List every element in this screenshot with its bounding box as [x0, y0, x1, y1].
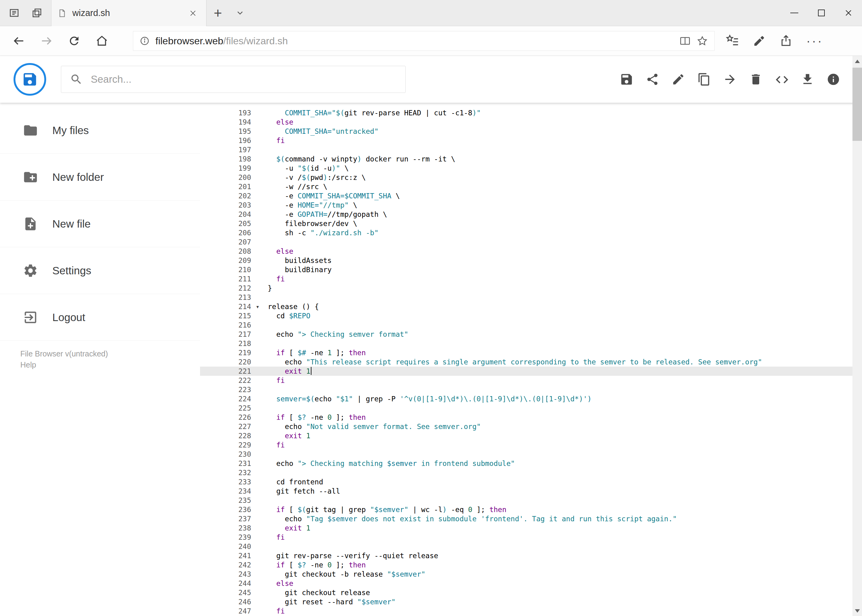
- code-line-195[interactable]: 195 COMMIT_SHA="untracked": [200, 127, 862, 136]
- code-line-200[interactable]: 200 -v /$(pwd):/src:z \: [200, 173, 862, 182]
- sidebar-item-my-files[interactable]: My files: [0, 107, 200, 154]
- code-line-231[interactable]: 231 echo "> Checking matching $semver in…: [200, 459, 862, 468]
- code-line-218[interactable]: 218: [200, 339, 862, 348]
- code-line-233[interactable]: 233 cd frontend: [200, 477, 862, 487]
- code-line-217[interactable]: 217 echo "> Checking semver format": [200, 330, 862, 339]
- code-line-238[interactable]: 238 exit 1: [200, 523, 862, 533]
- code-line-228[interactable]: 228 exit 1: [200, 431, 862, 440]
- code-line-243[interactable]: 243 git checkout -b release "$semver": [200, 570, 862, 579]
- filebrowser-logo-icon[interactable]: [14, 63, 46, 96]
- code-line-224[interactable]: 224 semver=$(echo "$1" | grep -P '^v(0|[…: [200, 394, 862, 404]
- code-line-225[interactable]: 225: [200, 404, 862, 413]
- fold-marker-icon[interactable]: ▾: [251, 302, 264, 311]
- code-line-242[interactable]: 242 if [ $? -ne 0 ]; then: [200, 560, 862, 570]
- code-line-236[interactable]: 236 if [ $(git tag | grep "$semver" | wc…: [200, 505, 862, 514]
- add-favorite-star-icon[interactable]: [697, 35, 708, 47]
- code-line-206[interactable]: 206 sh -c "./wizard.sh -b": [200, 228, 862, 237]
- tab-wizard-sh[interactable]: wizard.sh: [51, 0, 206, 26]
- code-line-196[interactable]: 196 fi: [200, 136, 862, 145]
- sidebar-item-new-folder[interactable]: New folder: [0, 154, 200, 201]
- code-line-209[interactable]: 209 buildAssets: [200, 256, 862, 265]
- code-line-229[interactable]: 229 fi: [200, 440, 862, 449]
- code-line-208[interactable]: 208 else: [200, 247, 862, 256]
- download-button[interactable]: [801, 72, 815, 86]
- sidebar-item-new-file[interactable]: New file: [0, 201, 200, 247]
- code-line-245[interactable]: 245 git checkout release: [200, 588, 862, 597]
- tab-preview-panel-icon[interactable]: [4, 3, 24, 23]
- search-input[interactable]: [91, 74, 397, 85]
- scrollbar-thumb[interactable]: [853, 68, 862, 141]
- code-line-221[interactable]: 221 exit 1: [200, 366, 862, 376]
- address-bar[interactable]: filebrowser.web/files/wizard.sh: [133, 31, 715, 51]
- sidebar-item-settings[interactable]: Settings: [0, 247, 200, 294]
- code-line-203[interactable]: 203 -e HOME="//tmp" \: [200, 201, 862, 210]
- code-line-246[interactable]: 246 git reset --hard "$semver": [200, 597, 862, 607]
- code-line-202[interactable]: 202 -e COMMIT_SHA=$COMMIT_SHA \: [200, 191, 862, 201]
- save-button[interactable]: [619, 72, 633, 86]
- code-line-241[interactable]: 241 git rev-parse --verify --quiet relea…: [200, 551, 862, 560]
- code-line-197[interactable]: 197: [200, 145, 862, 154]
- new-tab-button[interactable]: +: [206, 0, 229, 26]
- code-line-220[interactable]: 220 echo "This release script requires a…: [200, 357, 862, 366]
- home-button[interactable]: [88, 28, 116, 53]
- scroll-up-button[interactable]: [853, 56, 862, 66]
- search-bar[interactable]: [61, 66, 406, 93]
- sidebar-item-logout[interactable]: Logout: [0, 294, 200, 341]
- set-tabs-aside-icon[interactable]: [27, 3, 47, 23]
- code-line-201[interactable]: 201 -w //src \: [200, 182, 862, 191]
- code-line-199[interactable]: 199 -u "$(id -u)" \: [200, 163, 862, 173]
- help-link[interactable]: Help: [20, 359, 194, 370]
- move-arrow-button[interactable]: [723, 72, 737, 86]
- code-line-205[interactable]: 205 filebrowser/dev \: [200, 219, 862, 228]
- code-line-213[interactable]: 213: [200, 293, 862, 302]
- code-line-194[interactable]: 194 else: [200, 118, 862, 127]
- code-line-227[interactable]: 227 echo "Not valid semver format. See s…: [200, 422, 862, 431]
- maximize-button[interactable]: [808, 0, 835, 26]
- code-line-214[interactable]: 214▾release () {: [200, 302, 862, 311]
- code-line-216[interactable]: 216: [200, 321, 862, 330]
- code-line-239[interactable]: 239 fi: [200, 533, 862, 542]
- rename-pencil-button[interactable]: [671, 72, 686, 86]
- back-button[interactable]: [5, 28, 33, 53]
- code-line-210[interactable]: 210 buildBinary: [200, 265, 862, 274]
- code-line-211[interactable]: 211 fi: [200, 274, 862, 284]
- code-line-237[interactable]: 237 echo "Tag $semver does not exist in …: [200, 514, 862, 523]
- tab-close-icon[interactable]: [186, 6, 200, 20]
- code-line-219[interactable]: 219 if [ $# -ne 1 ]; then: [200, 348, 862, 357]
- info-button[interactable]: [826, 72, 840, 86]
- page-scrollbar[interactable]: [853, 56, 862, 616]
- code-line-226[interactable]: 226 if [ $? -ne 0 ]; then: [200, 413, 862, 422]
- code-line-215[interactable]: 215 cd $REPO: [200, 311, 862, 321]
- code-line-244[interactable]: 244 else: [200, 579, 862, 588]
- code-line-198[interactable]: 198 $(command -v winpty) docker run --rm…: [200, 154, 862, 163]
- code-line-193[interactable]: 193 COMMIT_SHA="$(git rev-parse HEAD | c…: [200, 108, 862, 118]
- code-line-235[interactable]: 235: [200, 496, 862, 505]
- code-line-222[interactable]: 222 fi: [200, 376, 862, 385]
- share-file-button[interactable]: [645, 72, 660, 86]
- code-line-207[interactable]: 207: [200, 237, 862, 247]
- scroll-down-button[interactable]: [853, 605, 862, 616]
- code-line-234[interactable]: 234 git fetch --all: [200, 487, 862, 496]
- hub-favorites-icon[interactable]: [725, 34, 739, 48]
- delete-trash-button[interactable]: [749, 72, 763, 86]
- more-options-icon[interactable]: ···: [806, 35, 823, 47]
- code-editor[interactable]: 193 COMMIT_SHA="$(git rev-parse HEAD | c…: [200, 103, 862, 616]
- reading-view-icon[interactable]: [679, 35, 691, 47]
- site-info-icon[interactable]: [139, 36, 150, 46]
- code-line-230[interactable]: 230: [200, 449, 862, 459]
- code-editor-button[interactable]: [775, 72, 789, 86]
- web-note-pen-icon[interactable]: [753, 35, 766, 47]
- minimize-button[interactable]: [781, 0, 808, 26]
- code-line-247[interactable]: 247 fi: [200, 607, 862, 616]
- forward-button[interactable]: [33, 28, 60, 53]
- code-line-232[interactable]: 232: [200, 468, 862, 477]
- share-icon[interactable]: [779, 34, 793, 48]
- copy-button[interactable]: [697, 72, 711, 86]
- refresh-button[interactable]: [60, 28, 88, 53]
- code-line-204[interactable]: 204 -e GOPATH=//tmp/gopath \: [200, 210, 862, 219]
- tab-preview-chevron-icon[interactable]: [229, 0, 251, 26]
- code-line-223[interactable]: 223: [200, 385, 862, 394]
- close-window-button[interactable]: [835, 0, 862, 26]
- code-line-240[interactable]: 240: [200, 542, 862, 551]
- code-line-212[interactable]: 212}: [200, 284, 862, 293]
